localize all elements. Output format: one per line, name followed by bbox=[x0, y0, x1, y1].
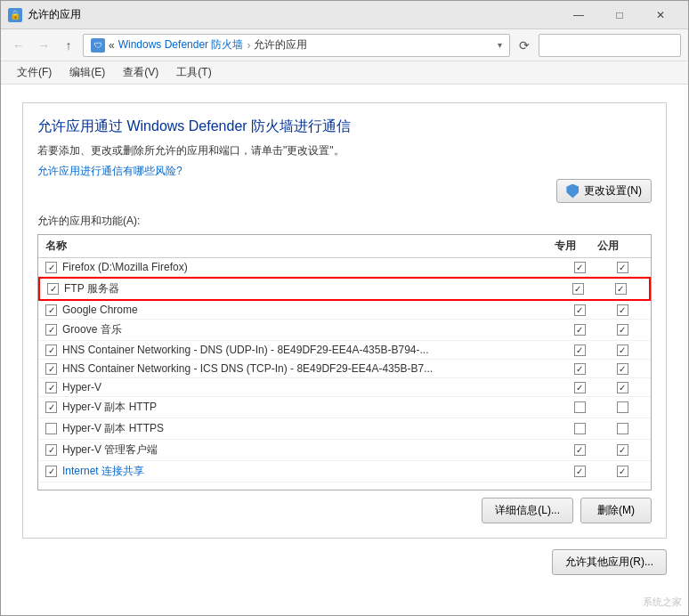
back-button[interactable]: ← bbox=[8, 35, 29, 56]
main-window: 🔒 允许的应用 — □ ✕ ← → ↑ 🛡 « Windows Defender… bbox=[0, 0, 689, 616]
public-checkbox-cell bbox=[601, 324, 644, 336]
change-settings-button[interactable]: 更改设置(N) bbox=[556, 179, 652, 203]
table-row[interactable]: Groove 音乐 bbox=[38, 320, 651, 341]
close-button[interactable]: ✕ bbox=[640, 1, 681, 29]
public-checkbox[interactable] bbox=[617, 324, 628, 336]
menu-file[interactable]: 文件(F) bbox=[8, 61, 61, 84]
app-name-checkbox[interactable] bbox=[45, 466, 57, 477]
public-checkbox[interactable] bbox=[617, 363, 628, 375]
table-row[interactable]: Internet 连接共享 bbox=[38, 461, 651, 482]
app-name-text: Hyper-V 管理客户端 bbox=[62, 442, 158, 458]
private-checkbox[interactable] bbox=[574, 363, 586, 375]
app-name-text: Firefox (D:\Mozilla Firefox) bbox=[62, 261, 188, 273]
app-name-checkbox[interactable] bbox=[45, 344, 57, 356]
private-checkbox-cell bbox=[558, 304, 601, 316]
app-name-checkbox[interactable] bbox=[45, 363, 57, 375]
table-row[interactable]: Hyper-V bbox=[38, 378, 651, 397]
public-checkbox-cell bbox=[601, 382, 644, 393]
public-checkbox-cell bbox=[601, 262, 644, 273]
table-row[interactable]: Hyper-V 副本 HTTPS bbox=[38, 418, 651, 440]
search-input[interactable] bbox=[539, 34, 681, 57]
public-checkbox-cell bbox=[601, 423, 644, 434]
menu-tools[interactable]: 工具(T) bbox=[167, 61, 220, 84]
app-name-checkbox[interactable] bbox=[45, 262, 57, 273]
menu-bar: 文件(F) 编辑(E) 查看(V) 工具(T) bbox=[1, 61, 688, 85]
address-dropdown-arrow[interactable]: ▾ bbox=[498, 40, 502, 50]
title-bar: 🔒 允许的应用 — □ ✕ bbox=[1, 1, 688, 29]
up-button[interactable]: ↑ bbox=[58, 35, 79, 56]
menu-edit[interactable]: 编辑(E) bbox=[61, 61, 114, 84]
app-name-checkbox[interactable] bbox=[45, 382, 57, 393]
app-table-body[interactable]: Firefox (D:\Mozilla Firefox)FTP 服务器Googl… bbox=[38, 258, 651, 490]
table-row[interactable]: HNS Container Networking - ICS DNS (TCP-… bbox=[38, 360, 651, 378]
table-row[interactable]: HNS Container Networking - DNS (UDP-In) … bbox=[38, 341, 651, 360]
app-name-checkbox[interactable] bbox=[45, 401, 57, 413]
app-name-checkbox[interactable] bbox=[45, 304, 57, 316]
public-checkbox[interactable] bbox=[617, 344, 628, 356]
table-row[interactable]: Hyper-V 管理客户端 bbox=[38, 440, 651, 461]
address-box: 🛡 « Windows Defender 防火墙 › 允许的应用 ▾ bbox=[83, 34, 510, 57]
risk-link[interactable]: 允许应用进行通信有哪些风险? bbox=[37, 165, 182, 177]
app-name-cell: Groove 音乐 bbox=[45, 322, 558, 337]
menu-view[interactable]: 查看(V) bbox=[114, 61, 167, 84]
public-checkbox[interactable] bbox=[617, 444, 628, 456]
app-name-cell: Hyper-V 副本 HTTP bbox=[45, 400, 558, 415]
refresh-button[interactable]: ⟳ bbox=[514, 35, 535, 56]
app-name-text: HNS Container Networking - ICS DNS (TCP-… bbox=[62, 362, 433, 375]
public-checkbox[interactable] bbox=[615, 283, 627, 295]
private-checkbox[interactable] bbox=[574, 423, 586, 434]
private-checkbox[interactable] bbox=[574, 444, 586, 456]
app-name-checkbox[interactable] bbox=[45, 444, 57, 456]
app-name-cell: HNS Container Networking - DNS (UDP-In) … bbox=[45, 344, 558, 356]
private-checkbox[interactable] bbox=[574, 262, 586, 273]
app-name-cell: Internet 连接共享 bbox=[45, 464, 558, 479]
private-checkbox-cell bbox=[558, 382, 601, 393]
table-row[interactable]: Google Chrome bbox=[38, 301, 651, 320]
public-checkbox-cell bbox=[601, 444, 644, 456]
breadcrumb-1[interactable]: Windows Defender 防火墙 bbox=[118, 37, 244, 53]
table-row[interactable]: Firefox (D:\Mozilla Firefox) bbox=[38, 258, 651, 277]
table-row[interactable]: Hyper-V 副本 HTTP bbox=[38, 397, 651, 418]
private-checkbox[interactable] bbox=[574, 324, 586, 336]
public-checkbox[interactable] bbox=[617, 401, 628, 413]
private-checkbox[interactable] bbox=[574, 382, 586, 393]
breadcrumb-root: « bbox=[109, 39, 115, 52]
address-path: « Windows Defender 防火墙 › 允许的应用 bbox=[109, 37, 307, 53]
public-checkbox[interactable] bbox=[617, 262, 628, 273]
public-checkbox[interactable] bbox=[617, 423, 628, 434]
public-checkbox[interactable] bbox=[617, 304, 628, 316]
private-checkbox[interactable] bbox=[574, 466, 586, 477]
app-name-text: FTP 服务器 bbox=[64, 281, 119, 296]
shield-settings-icon bbox=[566, 184, 579, 199]
public-checkbox[interactable] bbox=[617, 382, 628, 393]
watermark: 系统之家 bbox=[643, 596, 682, 609]
private-checkbox[interactable] bbox=[574, 344, 586, 356]
app-name-text: Hyper-V bbox=[62, 381, 101, 393]
col-private-header: 专用 bbox=[544, 239, 587, 254]
maximize-button[interactable]: □ bbox=[599, 1, 640, 29]
public-checkbox[interactable] bbox=[617, 466, 628, 477]
app-name-checkbox[interactable] bbox=[47, 283, 59, 295]
private-checkbox[interactable] bbox=[572, 283, 584, 295]
allow-other-row: 允许其他应用(R)... bbox=[22, 549, 667, 575]
minimize-button[interactable]: — bbox=[558, 1, 599, 29]
delete-button[interactable]: 删除(M) bbox=[580, 498, 652, 523]
app-name-text: Hyper-V 副本 HTTPS bbox=[62, 421, 164, 436]
app-name-checkbox[interactable] bbox=[45, 423, 57, 434]
private-checkbox-cell bbox=[558, 262, 601, 273]
private-checkbox[interactable] bbox=[574, 304, 586, 316]
app-name-cell: Hyper-V bbox=[45, 381, 558, 393]
panel-container: 允许应用通过 Windows Defender 防火墙进行通信 若要添加、更改或… bbox=[22, 102, 667, 539]
public-checkbox-cell bbox=[599, 283, 642, 295]
allow-other-button[interactable]: 允许其他应用(R)... bbox=[552, 549, 667, 575]
table-row[interactable]: FTP 服务器 bbox=[38, 277, 651, 301]
app-name-checkbox[interactable] bbox=[45, 324, 57, 336]
detail-button[interactable]: 详细信息(L)... bbox=[482, 498, 573, 523]
app-table: 名称 专用 公用 Firefox (D:\Mozilla Firefox)FTP… bbox=[37, 234, 652, 490]
private-checkbox-cell bbox=[558, 363, 601, 375]
forward-button[interactable]: → bbox=[33, 35, 54, 56]
app-name-cell: FTP 服务器 bbox=[47, 281, 556, 296]
title-bar-buttons: — □ ✕ bbox=[558, 1, 681, 29]
private-checkbox[interactable] bbox=[574, 401, 586, 413]
col-name-header[interactable]: 名称 bbox=[45, 239, 544, 254]
